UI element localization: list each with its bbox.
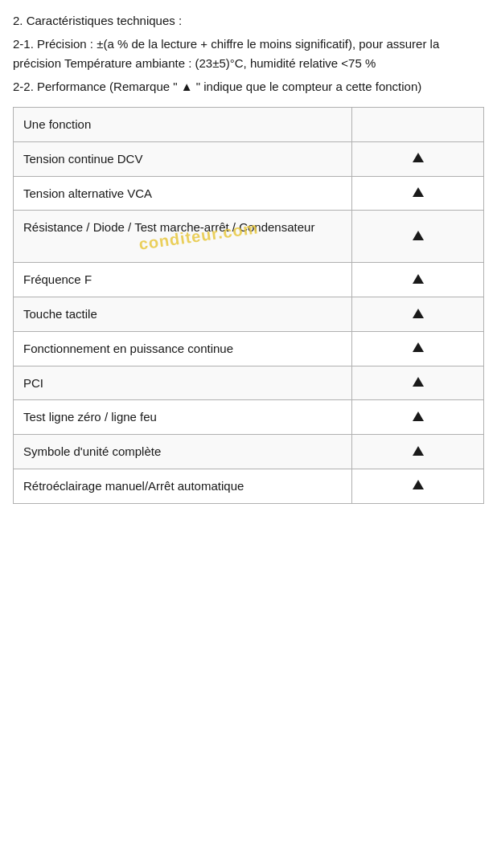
function-cell: Rétroéclairage manuel/Arrêt automatique	[14, 469, 352, 503]
table-wrapper: Une fonction Tension continue DCVTension…	[13, 104, 484, 504]
header-col1: Une fonction	[14, 108, 352, 142]
triangle-icon	[413, 342, 424, 352]
table-row: Résistance / Diode / Test marche-arrêt /…	[14, 211, 484, 263]
symbol-cell	[352, 331, 484, 366]
symbol-cell	[352, 297, 484, 332]
triangle-icon	[413, 309, 424, 318]
function-cell: Résistance / Diode / Test marche-arrêt /…	[14, 211, 352, 263]
triangle-icon	[413, 377, 424, 387]
symbol-cell	[352, 141, 484, 176]
function-cell: Test ligne zéro / ligne feu	[14, 400, 352, 435]
triangle-icon	[413, 411, 424, 421]
symbol-cell	[352, 400, 484, 435]
triangle-icon	[413, 274, 424, 284]
table-row: Rétroéclairage manuel/Arrêt automatique	[14, 469, 484, 503]
symbol-cell	[352, 176, 484, 211]
function-cell: Fréquence F	[14, 263, 352, 297]
table-row: Touche tactile	[14, 297, 484, 332]
header-col2	[352, 108, 484, 142]
table-row: Tension alternative VCA	[14, 176, 484, 211]
triangle-icon	[413, 480, 424, 489]
features-table: Une fonction Tension continue DCVTension…	[13, 107, 484, 504]
triangle-icon	[413, 153, 424, 162]
symbol-cell	[352, 366, 484, 400]
function-cell: Tension alternative VCA	[14, 176, 352, 211]
symbol-cell	[352, 211, 484, 263]
intro-line3: 2-2. Performance (Remarque " ▲ " indique…	[13, 77, 484, 96]
table-row: Fréquence F	[14, 263, 484, 297]
triangle-icon	[413, 187, 424, 197]
table-header-row: Une fonction	[14, 108, 484, 142]
table-row: Test ligne zéro / ligne feu	[14, 400, 484, 435]
intro-line1: 2. Caractéristiques techniques :	[13, 11, 484, 30]
intro-section: 2. Caractéristiques techniques : 2-1. Pr…	[13, 11, 484, 96]
symbol-cell	[352, 469, 484, 503]
page-content: 2. Caractéristiques techniques : 2-1. Pr…	[0, 0, 497, 515]
table-row: PCI	[14, 366, 484, 400]
function-cell: Symbole d'unité complète	[14, 435, 352, 469]
symbol-cell	[352, 435, 484, 469]
function-cell: Fonctionnement en puissance continue	[14, 331, 352, 366]
table-row: Fonctionnement en puissance continue	[14, 331, 484, 366]
function-cell: Tension continue DCV	[14, 141, 352, 176]
function-cell: Touche tactile	[14, 297, 352, 332]
table-row: Tension continue DCV	[14, 141, 484, 176]
triangle-icon	[413, 446, 424, 456]
triangle-icon	[413, 231, 424, 240]
function-cell: PCI	[14, 366, 352, 400]
intro-line2: 2-1. Précision : ±(a % de la lecture + c…	[13, 35, 484, 72]
symbol-cell	[352, 263, 484, 297]
table-row: Symbole d'unité complète	[14, 435, 484, 469]
